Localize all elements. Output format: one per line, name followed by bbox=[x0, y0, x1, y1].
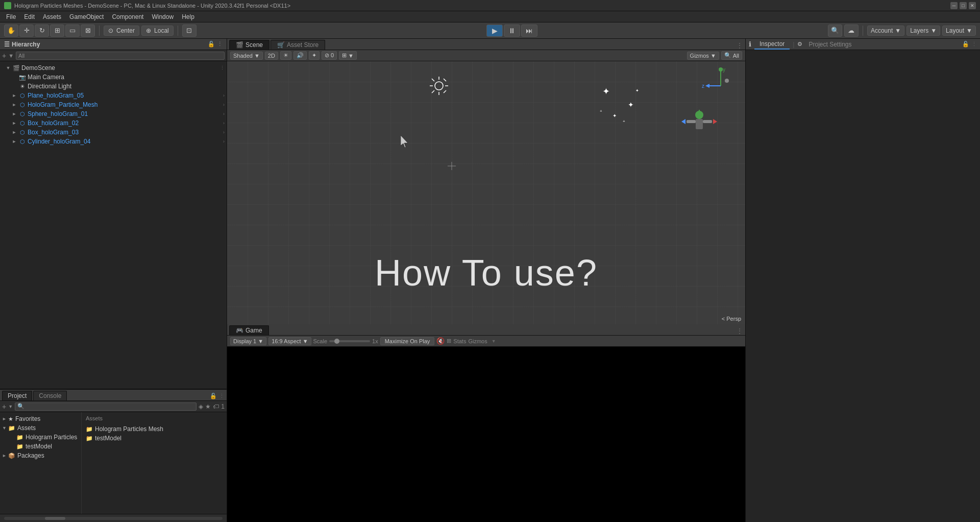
move-tool-button[interactable]: ✛ bbox=[19, 25, 34, 37]
sphere01-expand-icon[interactable]: › bbox=[223, 111, 225, 116]
tree-item-hologram-particles[interactable]: 📁 Hologram Particles bbox=[0, 433, 81, 442]
scene-lighting-button[interactable]: ☀ bbox=[280, 51, 291, 60]
rotate-tool-button[interactable]: ↻ bbox=[35, 25, 49, 37]
game-gizmos-chevron-icon[interactable]: ▼ bbox=[492, 339, 496, 344]
project-scrollbar[interactable] bbox=[4, 517, 223, 520]
pivot-space-button[interactable]: ⊕ Local bbox=[141, 26, 174, 36]
filter-star-icon[interactable]: ★ bbox=[205, 403, 211, 410]
scale-tool-button[interactable]: ⊞ bbox=[50, 25, 64, 37]
hierarchy-item-dirlight[interactable]: ☀ Directional Light bbox=[0, 82, 227, 91]
tab-game[interactable]: 🎮 Game bbox=[229, 325, 269, 335]
project-lock-icon[interactable]: 🔓 bbox=[210, 393, 217, 399]
scene-fx-button[interactable]: ✦ bbox=[309, 51, 320, 60]
demoscene-options-icon[interactable]: ⋮ bbox=[220, 65, 225, 70]
project-scrollbar-thumb[interactable] bbox=[45, 517, 65, 520]
game-stats-icon[interactable]: ⊞ bbox=[447, 338, 451, 344]
hierarchy-item-box02[interactable]: ► ⬡ Box_holoGram_02 › bbox=[0, 118, 227, 128]
close-button[interactable]: ✕ bbox=[969, 2, 976, 9]
search-button[interactable]: 🔍 bbox=[828, 25, 842, 37]
menu-window[interactable]: Window bbox=[148, 12, 178, 21]
cylinder04-expand-icon[interactable]: › bbox=[223, 139, 225, 144]
scale-slider-thumb[interactable] bbox=[334, 339, 339, 344]
asset-item-hologram[interactable]: 📁 Hologram Particles Mesh bbox=[84, 424, 225, 434]
layout-dropdown[interactable]: Layout ▼ bbox=[942, 26, 976, 36]
scene-viewport[interactable]: ✦ ✦ ✦ ✦ + + bbox=[227, 61, 745, 324]
filter-label-icon[interactable]: 🏷 bbox=[213, 403, 219, 410]
step-button[interactable]: ⏭ bbox=[521, 25, 537, 37]
hierarchy-search-input[interactable]: All bbox=[16, 52, 225, 60]
center-panel: 🎬 Scene 🛒 Asset Store ⋮ Shaded ▼ 2D ☀ 🔊 bbox=[227, 39, 745, 522]
scene-orientation-gizmo[interactable]: z y bbox=[700, 65, 741, 108]
shading-mode-dropdown[interactable]: Shaded ▼ bbox=[230, 52, 263, 60]
tab-asset-store[interactable]: 🛒 Asset Store bbox=[271, 40, 325, 50]
minimize-button[interactable]: ─ bbox=[950, 2, 958, 9]
game-tab-more-icon[interactable]: ⋮ bbox=[736, 327, 743, 335]
menu-edit[interactable]: Edit bbox=[20, 12, 39, 21]
pause-button[interactable]: ⏸ bbox=[504, 25, 520, 37]
project-search-input[interactable]: 🔍 bbox=[15, 402, 197, 411]
hand-tool-button[interactable]: ✋ bbox=[4, 25, 18, 37]
play-button[interactable]: ▶ bbox=[486, 25, 503, 37]
scene-tab-more-icon[interactable]: ⋮ bbox=[736, 41, 743, 50]
rect-tool-button[interactable]: ▭ bbox=[65, 25, 80, 37]
maximize-on-play-button[interactable]: Maximize On Play bbox=[380, 337, 435, 345]
project-add-chevron-icon[interactable]: ▼ bbox=[8, 404, 13, 409]
tab-project-settings[interactable]: Project Settings bbox=[803, 40, 856, 49]
box03-expand-icon[interactable]: › bbox=[223, 130, 225, 135]
menu-file[interactable]: File bbox=[2, 12, 20, 21]
cloud-button[interactable]: ☁ bbox=[844, 25, 859, 37]
account-dropdown[interactable]: Account ▼ bbox=[867, 26, 904, 36]
project-more-icon[interactable]: ⋮ bbox=[219, 393, 225, 399]
hierarchy-item-plane05[interactable]: ► ⬡ Plane_holoGram_05 › bbox=[0, 91, 227, 100]
menu-gameobject[interactable]: GameObject bbox=[65, 12, 108, 21]
asset-item-testmodel[interactable]: 📁 testModel bbox=[84, 434, 225, 443]
hierarchy-item-box03[interactable]: ► ⬡ Box_holoGram_03 › bbox=[0, 128, 227, 137]
tree-item-assets[interactable]: ▼ 📁 Assets bbox=[0, 423, 81, 433]
hierarchy-item-sphere01[interactable]: ► ⬡ Sphere_holoGram_01 › bbox=[0, 109, 227, 118]
transform-tool-button[interactable]: ⊠ bbox=[81, 25, 95, 37]
tab-inspector[interactable]: Inspector bbox=[754, 39, 790, 50]
custom-tool-button[interactable]: ⊡ bbox=[182, 25, 197, 37]
tab-project[interactable]: Project bbox=[2, 391, 32, 400]
hierarchy-item-particlemesh[interactable]: ► ⬡ HoloGram_Particle_Mesh › bbox=[0, 100, 227, 109]
layout-label: Layout bbox=[946, 27, 964, 34]
tree-item-testmodel[interactable]: 📁 testModel bbox=[0, 442, 81, 451]
tab-scene[interactable]: 🎬 Scene bbox=[229, 40, 270, 50]
maximize-button[interactable]: □ bbox=[960, 2, 967, 9]
2d-toggle[interactable]: 2D bbox=[265, 52, 278, 60]
scene-hidden-layers-button[interactable]: ⊘ 0 bbox=[322, 51, 337, 60]
hierarchy-lock-icon[interactable]: 🔓 bbox=[208, 41, 215, 48]
display-dropdown[interactable]: Display 1 ▼ bbox=[230, 337, 266, 345]
scene-search-dropdown[interactable]: 🔍 All bbox=[721, 51, 742, 60]
hierarchy-add-button[interactable]: + bbox=[2, 52, 6, 60]
tab-console[interactable]: Console bbox=[33, 391, 67, 400]
scene-grid-button[interactable]: ⊞ ▼ bbox=[339, 51, 357, 60]
game-gizmos-label[interactable]: Gizmos bbox=[468, 338, 487, 344]
inspector-more-icon[interactable]: ⋮ bbox=[971, 41, 977, 48]
particlemesh-expand-icon[interactable]: › bbox=[223, 102, 225, 107]
svg-text:✦: ✦ bbox=[628, 101, 634, 109]
hierarchy-item-maincamera[interactable]: 📷 Main Camera bbox=[0, 73, 227, 82]
hierarchy-item-cylinder04[interactable]: ► ⬡ Cylinder_holoGram_04 › bbox=[0, 137, 227, 146]
project-add-button[interactable]: + bbox=[2, 402, 6, 411]
menu-help[interactable]: Help bbox=[178, 12, 199, 21]
menu-component[interactable]: Component bbox=[108, 12, 148, 21]
filter-material-icon[interactable]: ◈ bbox=[199, 403, 203, 410]
scene-gizmos-dropdown[interactable]: Gizmos ▼ bbox=[687, 52, 719, 60]
inspector-lock-icon[interactable]: 🔓 bbox=[962, 41, 969, 48]
game-mute-icon[interactable]: 🔇 bbox=[436, 337, 445, 345]
tree-item-favorites[interactable]: ► ★ Favorites bbox=[0, 414, 81, 423]
scene-audio-button[interactable]: 🔊 bbox=[293, 51, 307, 60]
window-controls[interactable]: ─ □ ✕ bbox=[950, 2, 976, 9]
hierarchy-more-icon[interactable]: ⋮ bbox=[217, 41, 223, 48]
layers-dropdown[interactable]: Layers ▼ bbox=[906, 26, 940, 36]
hierarchy-item-demoscene[interactable]: ▼ 🎬 DemoScene ⋮ bbox=[0, 63, 227, 73]
pivot-mode-button[interactable]: ⊙ Center bbox=[104, 26, 139, 36]
scale-slider-track[interactable] bbox=[329, 340, 370, 342]
aspect-dropdown[interactable]: 16:9 Aspect ▼ bbox=[268, 337, 311, 345]
box02-expand-icon[interactable]: › bbox=[223, 121, 225, 126]
menu-assets[interactable]: Assets bbox=[39, 12, 65, 21]
tree-item-packages[interactable]: ► 📦 Packages bbox=[0, 451, 81, 460]
stats-label[interactable]: Stats bbox=[453, 338, 466, 344]
plane05-expand-icon[interactable]: › bbox=[223, 93, 225, 98]
